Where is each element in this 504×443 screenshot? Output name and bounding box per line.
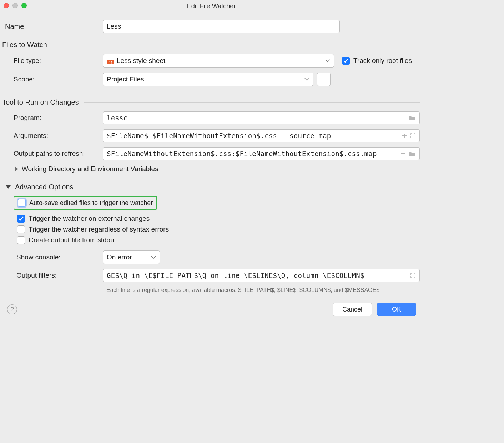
cancel-button[interactable]: Cancel (333, 303, 372, 316)
help-icon: ? (10, 306, 14, 313)
arguments-label: Arguments: (3, 132, 103, 140)
create-output-stdout-label: Create output file from stdout (29, 236, 116, 244)
auto-save-highlight: Auto-save edited files to trigger the wa… (14, 196, 157, 210)
auto-save-checkbox[interactable] (18, 199, 26, 207)
ok-label: OK (392, 306, 401, 313)
arguments-input[interactable]: $FileName$ $FileNameWithoutExtension$.cs… (103, 129, 420, 142)
trigger-regardless-checkbox[interactable] (17, 225, 25, 233)
output-paths-input[interactable]: $FileNameWithoutExtension$.css:$FileName… (103, 147, 420, 160)
dialog-window: Edit File Watcher Name: Less Files to Wa… (0, 0, 423, 326)
track-only-root-label: Track only root files (353, 57, 412, 65)
section-advanced[interactable]: Advanced Options (6, 183, 420, 191)
ellipsis-icon: ... (320, 76, 327, 83)
section-label: Advanced Options (15, 183, 73, 191)
insert-macro-icon[interactable] (400, 115, 406, 121)
scope-label: Scope: (3, 75, 103, 83)
track-only-root-checkbox[interactable] (342, 57, 350, 65)
insert-macro-icon[interactable] (402, 133, 407, 139)
name-value: Less (107, 23, 121, 30)
chevron-right-icon (15, 166, 18, 171)
insert-macro-icon[interactable] (400, 151, 406, 156)
section-files-to-watch: Files to Watch (2, 41, 420, 49)
zoom-icon[interactable] (21, 3, 27, 8)
output-paths-label: Output paths to refresh: (3, 150, 103, 158)
dialog-title: Edit File Watcher (187, 3, 236, 10)
help-button[interactable]: ? (7, 304, 17, 314)
name-label: Name: (3, 23, 103, 31)
file-type-combobox[interactable]: {L} Less style sheet (103, 54, 334, 68)
section-label: Files to Watch (2, 41, 47, 49)
chevron-down-icon (304, 78, 309, 81)
chevron-down-icon (151, 255, 156, 259)
section-divider (52, 45, 420, 45)
minimize-icon (12, 3, 18, 8)
expand-icon[interactable] (410, 273, 416, 278)
section-label: Tool to Run on Changes (2, 98, 79, 106)
trigger-external-checkbox[interactable] (17, 215, 25, 223)
browse-folder-icon[interactable] (409, 115, 416, 121)
file-type-value: Less style sheet (117, 57, 165, 65)
cancel-label: Cancel (342, 306, 362, 313)
working-dir-expander[interactable]: Working Directory and Environment Variab… (15, 165, 158, 173)
name-input[interactable]: Less (103, 20, 340, 33)
window-controls (4, 3, 27, 8)
show-console-value: On error (107, 253, 132, 261)
close-icon[interactable] (4, 3, 9, 8)
program-value: lessc (107, 114, 397, 122)
browse-folder-icon[interactable] (409, 151, 416, 156)
section-tool-to-run: Tool to Run on Changes (2, 98, 420, 106)
output-filters-input[interactable]: GE$\Q in \E$FILE_PATH$\Q on line \E$LINE… (103, 269, 420, 282)
track-only-root-row[interactable]: Track only root files (342, 57, 412, 65)
section-divider (84, 102, 420, 103)
output-filters-value: GE$\Q in \E$FILE_PATH$\Q on line \E$LINE… (107, 272, 407, 279)
chevron-down-icon (6, 185, 11, 189)
trigger-regardless-label: Trigger the watcher regardless of syntax… (29, 225, 169, 233)
scope-combobox[interactable]: Project Files (103, 73, 313, 86)
program-input[interactable]: lessc (103, 111, 420, 124)
show-console-label: Show console: (3, 253, 103, 261)
create-output-stdout-checkbox[interactable] (17, 236, 25, 244)
titlebar: Edit File Watcher (0, 0, 423, 12)
file-type-label: File type: (3, 57, 103, 65)
trigger-external-row[interactable]: Trigger the watcher on external changes (17, 215, 420, 223)
scope-more-button[interactable]: ... (317, 73, 331, 86)
trigger-external-label: Trigger the watcher on external changes (29, 215, 150, 223)
working-dir-label: Working Directory and Environment Variab… (22, 165, 158, 173)
output-filters-help: Each line is a regular expression, avail… (106, 287, 420, 293)
output-paths-value: $FileNameWithoutExtension$.css:$FileName… (107, 150, 397, 158)
less-file-icon: {L} (107, 58, 114, 64)
program-label: Program: (3, 114, 103, 122)
expand-icon[interactable] (410, 133, 416, 139)
chevron-down-icon (325, 59, 330, 63)
scope-value: Project Files (107, 75, 144, 83)
create-output-stdout-row[interactable]: Create output file from stdout (17, 236, 420, 244)
ok-button[interactable]: OK (377, 303, 416, 316)
trigger-regardless-row[interactable]: Trigger the watcher regardless of syntax… (17, 225, 420, 233)
show-console-combobox[interactable]: On error (103, 250, 160, 264)
section-divider (78, 187, 420, 187)
output-filters-label: Output filters: (3, 272, 103, 279)
auto-save-label: Auto-save edited files to trigger the wa… (29, 199, 153, 207)
arguments-value: $FileName$ $FileNameWithoutExtension$.cs… (107, 132, 399, 140)
